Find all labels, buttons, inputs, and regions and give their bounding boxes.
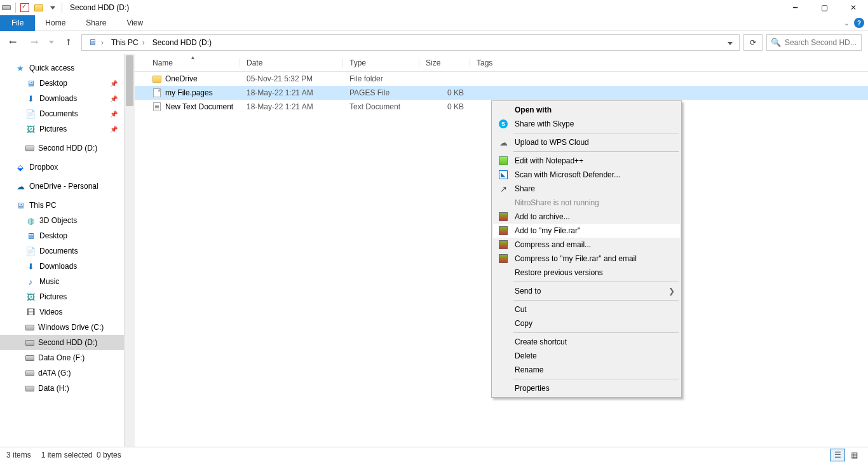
hdd-icon xyxy=(25,146,34,151)
sidebar-item-drive-c[interactable]: Windows Drive (C:) xyxy=(0,320,124,335)
back-button[interactable]: 🠔 xyxy=(4,34,22,51)
ctx-open-with[interactable]: Open with xyxy=(493,103,680,117)
sidebar-item-videos[interactable]: 🎞Videos xyxy=(0,304,124,320)
sidebar-onedrive[interactable]: ☁OneDrive - Personal xyxy=(0,179,124,194)
sidebar-item-desktop[interactable]: 🖥Desktop📌 xyxy=(0,76,124,91)
navigation-pane: ★Quick access 🖥Desktop📌 ⬇Downloads📌 📄Doc… xyxy=(0,54,125,447)
pc-crumb-icon[interactable]: 🖥› xyxy=(85,35,107,50)
ctx-send-to[interactable]: Send to❯ xyxy=(493,284,680,298)
breadcrumb-this-pc[interactable]: This PC› xyxy=(109,35,149,50)
maximize-button[interactable]: ▢ xyxy=(810,0,839,15)
window-title: Second HDD (D:) xyxy=(70,3,129,12)
sidebar-this-pc[interactable]: 🖥This PC xyxy=(0,198,124,213)
sidebar-item-music[interactable]: ♪Music xyxy=(0,274,124,289)
pin-icon: 📌 xyxy=(110,80,118,87)
column-headers: ▲Name Date Type Size Tags xyxy=(135,54,868,72)
col-date[interactable]: Date xyxy=(240,58,343,67)
sort-asc-icon: ▲ xyxy=(191,55,196,60)
ctx-compress-rar-email[interactable]: Compress to "my File.rar" and email xyxy=(493,252,680,266)
hdd-icon xyxy=(25,340,34,346)
cloud-icon: ☁ xyxy=(497,137,510,147)
ctx-nitroshare: NitroShare is not running xyxy=(493,196,680,210)
ctx-restore-versions[interactable]: Restore previous versions xyxy=(493,266,680,280)
ctx-notepad[interactable]: Edit with Notepad++ xyxy=(493,154,680,168)
file-tab[interactable]: File xyxy=(0,15,35,31)
sidebar-item-drive-d[interactable]: Second HDD (D:) xyxy=(0,335,124,350)
sidebar-item-drive-g[interactable]: dATA (G:) xyxy=(0,365,124,381)
defender-icon xyxy=(499,170,508,179)
sidebar-item-desktop-pc[interactable]: 🖥Desktop xyxy=(0,228,124,243)
pin-icon: 📌 xyxy=(110,95,118,102)
drive-icon xyxy=(1,3,11,13)
col-name[interactable]: ▲Name xyxy=(146,58,240,67)
sidebar-item-documents[interactable]: 📄Documents📌 xyxy=(0,106,124,121)
up-button[interactable]: 🠕 xyxy=(60,34,78,51)
ctx-share[interactable]: ↗Share xyxy=(493,182,680,196)
tab-home[interactable]: Home xyxy=(35,15,76,31)
close-button[interactable]: ✕ xyxy=(839,0,868,15)
new-folder-qat-icon[interactable] xyxy=(34,3,44,13)
ctx-wps-cloud[interactable]: ☁Upload to WPS Cloud xyxy=(493,135,680,149)
properties-qat-icon[interactable] xyxy=(20,3,30,13)
ctx-properties[interactable]: Properties xyxy=(493,381,680,395)
ctx-add-archive[interactable]: Add to archive... xyxy=(493,210,680,224)
ctx-defender[interactable]: Scan with Microsoft Defender... xyxy=(493,168,680,182)
nav-bar: 🠔 🠖 🠕 🖥› This PC› Second HDD (D:) ⟳ 🔍 Se… xyxy=(0,31,868,54)
ctx-delete[interactable]: Delete xyxy=(493,349,680,363)
search-input[interactable]: 🔍 Search Second HD... xyxy=(766,34,862,51)
hdd-icon xyxy=(25,386,34,391)
sidebar-item-documents-pc[interactable]: 📄Documents xyxy=(0,243,124,259)
col-size[interactable]: Size xyxy=(419,58,470,67)
sidebar-item-pictures[interactable]: 🖼Pictures📌 xyxy=(0,121,124,137)
refresh-button[interactable]: ⟳ xyxy=(743,34,763,51)
hdd-icon xyxy=(25,325,34,330)
share-icon: ↗ xyxy=(497,184,510,194)
sidebar-scrollbar[interactable] xyxy=(125,54,135,447)
qat-customize[interactable] xyxy=(48,3,58,13)
thumbnails-view-button[interactable]: ▦ xyxy=(846,449,862,461)
ctx-create-shortcut[interactable]: Create shortcut xyxy=(493,335,680,349)
sidebar-dropbox[interactable]: ⬙Dropbox xyxy=(0,160,124,175)
hdd-icon xyxy=(25,370,34,376)
ctx-rename[interactable]: Rename xyxy=(493,363,680,377)
sidebar-item-pictures-pc[interactable]: 🖼Pictures xyxy=(0,289,124,304)
help-icon[interactable]: ? xyxy=(854,18,864,28)
status-selected: 1 item selected 0 bytes xyxy=(41,451,121,459)
tab-view[interactable]: View xyxy=(116,15,153,31)
hdd-icon xyxy=(25,355,34,361)
ctx-compress-email[interactable]: Compress and email... xyxy=(493,238,680,252)
sidebar-item-drive-f[interactable]: Data One (F:) xyxy=(0,350,124,365)
sidebar-item-second-hdd-qa[interactable]: Second HDD (D:) xyxy=(0,140,124,156)
rar-icon xyxy=(499,212,508,221)
file-row-onedrive[interactable]: OneDrive 05-Nov-21 5:32 PM File folder xyxy=(135,72,868,86)
sidebar-item-downloads[interactable]: ⬇Downloads📌 xyxy=(0,91,124,106)
address-dropdown[interactable] xyxy=(724,38,736,47)
breadcrumb-current[interactable]: Second HDD (D:) xyxy=(150,35,214,50)
sidebar-item-drive-h[interactable]: Data (H:) xyxy=(0,381,124,396)
notepadpp-icon xyxy=(499,156,508,165)
address-bar[interactable]: 🖥› This PC› Second HDD (D:) xyxy=(81,34,740,51)
sidebar-quick-access[interactable]: ★Quick access xyxy=(0,60,124,76)
details-view-button[interactable]: ☰ xyxy=(830,449,845,461)
search-icon: 🔍 xyxy=(771,37,781,47)
col-type[interactable]: Type xyxy=(343,58,419,67)
ctx-copy[interactable]: Copy xyxy=(493,316,680,330)
submenu-arrow-icon: ❯ xyxy=(668,287,675,296)
ctx-cut[interactable]: Cut xyxy=(493,302,680,316)
ctx-share-skype[interactable]: SShare with Skype xyxy=(493,117,680,131)
minimize-button[interactable]: ━ xyxy=(780,0,810,15)
file-row-my-file-pages[interactable]: my File.pages 18-May-22 1:21 AM PAGES Fi… xyxy=(135,86,868,100)
folder-icon xyxy=(153,74,161,83)
text-file-icon xyxy=(153,102,161,111)
skype-icon: S xyxy=(499,119,508,128)
ctx-add-to-rar[interactable]: Add to "my File.rar" xyxy=(493,224,680,238)
title-bar: Second HDD (D:) ━ ▢ ✕ xyxy=(0,0,868,15)
sidebar-item-3d-objects[interactable]: ◍3D Objects xyxy=(0,213,124,228)
search-placeholder: Search Second HD... xyxy=(785,38,857,47)
forward-button[interactable]: 🠖 xyxy=(25,34,43,51)
col-tags[interactable]: Tags xyxy=(470,58,521,67)
sidebar-item-downloads-pc[interactable]: ⬇Downloads xyxy=(0,259,124,274)
tab-share[interactable]: Share xyxy=(76,15,116,31)
recent-dropdown[interactable] xyxy=(47,34,56,51)
ribbon-expand-icon[interactable]: ⌄ xyxy=(844,20,849,27)
